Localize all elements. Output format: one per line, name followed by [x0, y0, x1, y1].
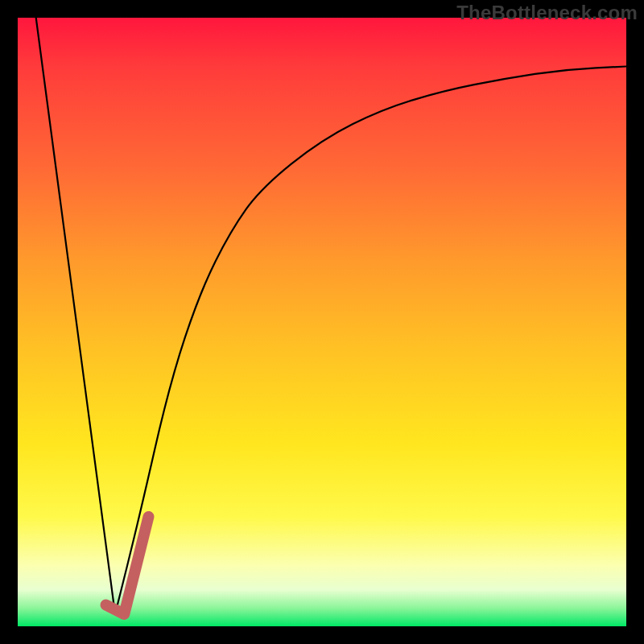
curve-layer	[18, 18, 626, 626]
chart-frame: TheBottleneck.com	[0, 0, 644, 644]
right-ascent-path	[115, 67, 626, 614]
plot-area	[18, 18, 626, 626]
watermark-text: TheBottleneck.com	[456, 2, 638, 24]
left-descent-path	[36, 18, 115, 614]
